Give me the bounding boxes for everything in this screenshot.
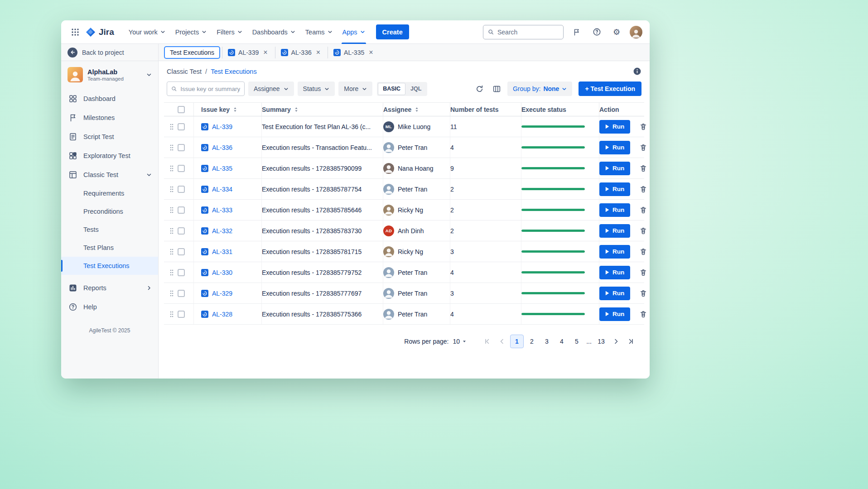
run-button[interactable]: Run — [599, 287, 630, 300]
last-page-icon[interactable] — [624, 335, 638, 348]
help-icon[interactable] — [590, 25, 603, 39]
run-button[interactable]: Run — [599, 120, 630, 134]
info-icon[interactable] — [633, 67, 641, 76]
column-header[interactable]: Assignee — [383, 103, 450, 116]
refresh-icon[interactable] — [473, 82, 487, 96]
columns-icon[interactable] — [490, 82, 504, 96]
column-header[interactable]: Number of tests — [450, 103, 521, 116]
run-button[interactable]: Run — [599, 224, 630, 238]
drag-handle-icon[interactable] — [169, 186, 174, 193]
row-checkbox[interactable] — [178, 248, 185, 255]
row-checkbox[interactable] — [178, 123, 185, 130]
drag-handle-icon[interactable] — [169, 311, 174, 318]
row-checkbox[interactable] — [178, 186, 185, 193]
issue-key-link[interactable]: AL-335 — [212, 165, 232, 172]
flag-icon[interactable] — [570, 25, 583, 39]
sort-icon[interactable] — [232, 107, 238, 112]
tab[interactable]: AL-335 × — [328, 47, 379, 58]
sidebar-item[interactable]: Milestones — [61, 108, 158, 127]
delete-icon[interactable] — [639, 185, 647, 193]
issue-key-link[interactable]: AL-334 — [212, 186, 232, 193]
close-icon[interactable]: × — [316, 49, 320, 56]
run-button[interactable]: Run — [599, 182, 630, 196]
drag-handle-icon[interactable] — [169, 227, 174, 235]
issue-search-input[interactable] — [180, 86, 240, 92]
issue-search[interactable] — [167, 82, 245, 96]
row-checkbox[interactable] — [178, 290, 185, 297]
app-switcher-icon[interactable] — [68, 25, 82, 39]
delete-icon[interactable] — [639, 144, 647, 152]
add-test-execution-button[interactable]: + Test Execution — [579, 82, 641, 96]
breadcrumb-current[interactable]: Test Executions — [211, 68, 257, 75]
rows-per-page-select[interactable]: 10 — [453, 338, 467, 345]
column-header[interactable]: Execute status — [521, 103, 599, 116]
sidebar-item[interactable]: Test Plans — [61, 239, 158, 257]
sort-icon[interactable] — [294, 107, 299, 112]
drag-handle-icon[interactable] — [169, 144, 174, 151]
top-nav-item[interactable]: Apps — [338, 25, 370, 39]
drag-handle-icon[interactable] — [169, 248, 174, 255]
delete-icon[interactable] — [639, 289, 647, 297]
run-button[interactable]: Run — [599, 141, 630, 154]
run-button[interactable]: Run — [599, 203, 630, 217]
drag-handle-icon[interactable] — [169, 269, 174, 276]
settings-gear-icon[interactable]: ⚙ — [610, 25, 623, 39]
drag-handle-icon[interactable] — [169, 123, 174, 130]
row-checkbox[interactable] — [178, 227, 185, 235]
delete-icon[interactable] — [639, 164, 647, 173]
project-switcher[interactable]: AlphaLab Team-managed — [61, 61, 158, 88]
issue-key-link[interactable]: AL-329 — [212, 290, 232, 297]
row-checkbox[interactable] — [178, 269, 185, 276]
drag-handle-icon[interactable] — [169, 165, 174, 172]
group-by-dropdown[interactable]: Group by: None — [507, 82, 572, 96]
select-all-checkbox[interactable] — [178, 106, 185, 113]
page-button[interactable]: 3 — [540, 335, 554, 348]
close-icon[interactable]: × — [263, 49, 267, 56]
delete-icon[interactable] — [639, 227, 647, 235]
sidebar-item[interactable]: Exploratory Test — [61, 146, 158, 165]
row-checkbox[interactable] — [178, 144, 185, 151]
delete-icon[interactable] — [639, 310, 647, 318]
global-search[interactable] — [483, 25, 564, 39]
issue-key-link[interactable]: AL-339 — [212, 123, 232, 130]
page-button[interactable]: ... — [585, 335, 593, 348]
run-button[interactable]: Run — [599, 245, 630, 259]
sidebar-item[interactable]: Requirements — [61, 184, 158, 202]
close-icon[interactable]: × — [369, 49, 373, 56]
issue-key-link[interactable]: AL-330 — [212, 269, 232, 276]
sidebar-item[interactable]: Preconditions — [61, 202, 158, 221]
create-button[interactable]: Create — [376, 24, 409, 39]
next-page-icon[interactable] — [609, 335, 623, 348]
query-mode-button[interactable]: BASIC — [378, 83, 405, 95]
query-mode-button[interactable]: JQL — [405, 83, 426, 95]
delete-icon[interactable] — [639, 248, 647, 256]
page-button[interactable]: 2 — [525, 335, 539, 348]
sidebar-item[interactable]: Dashboard — [61, 89, 158, 108]
issue-key-link[interactable]: AL-331 — [212, 248, 232, 255]
issue-key-link[interactable]: AL-328 — [212, 311, 232, 318]
breadcrumb-parent[interactable]: Classic Test — [167, 68, 202, 75]
run-button[interactable]: Run — [599, 162, 630, 175]
delete-icon[interactable] — [639, 123, 647, 131]
issue-key-link[interactable]: AL-332 — [212, 227, 232, 235]
tab[interactable]: Test Executions × — [164, 46, 220, 59]
sidebar-item[interactable]: Test Executions — [61, 257, 158, 275]
filter-dropdown[interactable]: Assignee — [248, 82, 294, 96]
drag-handle-icon[interactable] — [169, 290, 174, 297]
user-avatar[interactable] — [630, 26, 642, 38]
page-button[interactable]: 5 — [570, 335, 583, 348]
page-button[interactable]: 13 — [594, 335, 608, 348]
sidebar-item[interactable]: Script Test — [61, 127, 158, 146]
page-button[interactable]: 1 — [510, 335, 524, 348]
issue-key-link[interactable]: AL-333 — [212, 206, 232, 214]
sidebar-item[interactable]: Tests — [61, 221, 158, 239]
global-search-input[interactable] — [497, 29, 559, 36]
column-header[interactable]: Issue key — [194, 103, 262, 116]
back-to-project-button[interactable]: Back to project — [61, 44, 158, 61]
first-page-icon[interactable] — [480, 335, 494, 348]
sidebar-item[interactable]: Classic Test — [61, 165, 158, 184]
run-button[interactable]: Run — [599, 266, 630, 279]
row-checkbox[interactable] — [178, 165, 185, 172]
top-nav-item[interactable]: Teams — [301, 25, 337, 39]
page-button[interactable]: 4 — [555, 335, 569, 348]
